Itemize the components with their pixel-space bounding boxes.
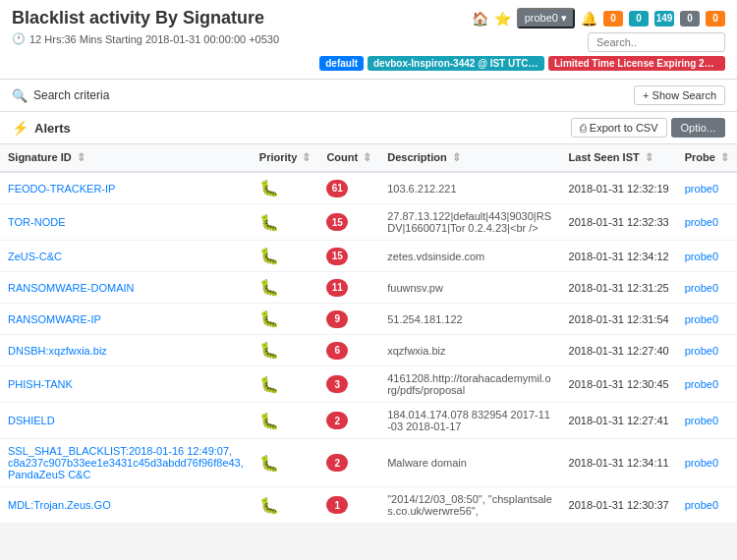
col-signature-id-label: Signature ID [8, 151, 72, 163]
priority-bug-icon: 🐛 [259, 180, 279, 196]
probe-cell: probe0 [677, 204, 737, 241]
signature-id-link[interactable]: RANSOMWARE-IP [8, 313, 101, 325]
col-count-label: Count [326, 151, 358, 163]
search-criteria-bar: 🔍 Search criteria + Show Search [0, 80, 737, 112]
last-seen-cell: 2018-01-31 12:31:25 [561, 272, 677, 304]
col-probe-label: Probe [685, 151, 715, 163]
col-probe[interactable]: Probe ⇕ [677, 144, 737, 172]
table-row: TOR-NODE🐛1527.87.13.122|default|443|9030… [0, 204, 737, 241]
badge-0b: 0 [629, 11, 649, 27]
badge-0: 0 [603, 11, 623, 27]
priority-bug-icon: 🐛 [259, 455, 279, 472]
col-last-seen[interactable]: Last Seen IST ⇕ [561, 144, 677, 172]
search-input[interactable] [588, 32, 725, 52]
tag-devbox: devbox-Inspiron-3442 @ IST UTC+5:30 [368, 56, 544, 71]
priority-bug-icon: 🐛 [259, 214, 279, 231]
show-search-button[interactable]: + Show Search [634, 85, 725, 105]
signature-id-link[interactable]: ZeUS-C&C [8, 251, 62, 262]
signature-id-link[interactable]: TOR-NODE [8, 216, 65, 228]
description-cell: 103.6.212.221 [379, 172, 560, 204]
signature-id-link[interactable]: MDL:Trojan.Zeus.GO [8, 499, 111, 511]
export-csv-button[interactable]: ⎙ Export to CSV [571, 118, 667, 138]
alerts-table-wrap: Signature ID ⇕ Priority ⇕ Count ⇕ Descri… [0, 144, 737, 524]
bell-icon[interactable]: 🔔 [581, 11, 597, 27]
table-row: PHISH-TANK🐛34161208.http://torahacademym… [0, 366, 737, 403]
last-seen-cell: 2018-01-31 12:32:19 [561, 172, 677, 204]
priority-bug-icon: 🐛 [259, 497, 279, 514]
col-priority-label: Priority [259, 151, 298, 163]
alerts-table: Signature ID ⇕ Priority ⇕ Count ⇕ Descri… [0, 144, 737, 524]
col-last-seen-label: Last Seen IST [569, 151, 640, 163]
col-count[interactable]: Count ⇕ [318, 144, 379, 172]
sort-icon-signature: ⇕ [77, 151, 85, 163]
signature-id-link[interactable]: DNSBH:xqzfwxia.biz [8, 345, 107, 357]
probe-cell: probe0 [677, 487, 737, 524]
probe-cell: probe0 [677, 366, 737, 403]
sort-icon-count: ⇕ [363, 151, 371, 163]
header-icons: 🏠 ⭐ probe0 ▾ 🔔 0 0 149 0 0 [472, 8, 725, 28]
star-icon[interactable]: ⭐ [494, 11, 511, 27]
priority-bug-icon: 🐛 [259, 376, 279, 393]
col-description-label: Description [387, 151, 447, 163]
description-cell: 184.014.174.078 832954 2017-11-03 2018-0… [379, 403, 560, 439]
probe-cell: probe0 [677, 439, 737, 487]
probe-cell: probe0 [677, 335, 737, 366]
search-icon: 🔍 [12, 88, 28, 103]
table-row: ZeUS-C&C🐛15zetes.vdsinside.com2018-01-31… [0, 241, 737, 272]
header-left: Blacklist activity By Signature 🕐 12 Hrs… [12, 8, 279, 45]
description-cell: Malware domain [379, 439, 560, 487]
tag-license: Limited Time License Expiring 2020 [548, 56, 725, 71]
home-icon[interactable]: 🏠 [472, 11, 488, 27]
options-button[interactable]: Optio... [671, 118, 725, 138]
alerts-title: ⚡ Alerts [12, 120, 71, 136]
priority-bug-icon: 🐛 [259, 413, 279, 429]
description-cell: 51.254.181.122 [379, 304, 560, 335]
sort-icon-last-seen: ⇕ [645, 151, 653, 163]
signature-id-link[interactable]: FEODO-TRACKER-IP [8, 183, 115, 195]
probe-cell: probe0 [677, 272, 737, 304]
signature-id-link[interactable]: PHISH-TANK [8, 378, 73, 390]
last-seen-cell: 2018-01-31 12:34:11 [561, 439, 677, 487]
count-badge: 9 [326, 310, 348, 328]
signature-id-link[interactable]: RANSOMWARE-DOMAIN [8, 282, 135, 294]
page-title: Blacklist activity By Signature [12, 8, 279, 28]
description-cell: "2014/12/03_08:50", "chsplantsales.co.uk… [379, 487, 560, 524]
probe-dropdown[interactable]: probe0 ▾ [517, 8, 575, 28]
header-right: 🏠 ⭐ probe0 ▾ 🔔 0 0 149 0 0 default devbo… [319, 8, 725, 71]
last-seen-cell: 2018-01-31 12:30:45 [561, 366, 677, 403]
badge-0c: 0 [680, 11, 700, 27]
table-row: RANSOMWARE-DOMAIN🐛11fuuwnsv.pw2018-01-31… [0, 272, 737, 304]
clock-icon: 🕐 [12, 32, 26, 45]
count-badge: 1 [326, 496, 348, 514]
probe-cell: probe0 [677, 304, 737, 335]
table-row: DNSBH:xqzfwxia.biz🐛6xqzfwxia.biz2018-01-… [0, 335, 737, 366]
sort-icon-description: ⇕ [452, 151, 461, 163]
subtitle: 🕐 12 Hrs:36 Mins Starting 2018-01-31 00:… [12, 32, 279, 45]
tag-default: default [319, 56, 364, 71]
last-seen-cell: 2018-01-31 12:30:37 [561, 487, 677, 524]
alerts-header: ⚡ Alerts ⎙ Export to CSV Optio... [0, 112, 737, 144]
count-badge: 11 [326, 279, 348, 297]
last-seen-cell: 2018-01-31 12:32:33 [561, 204, 677, 241]
table-row: SSL_SHA1_BLACKLIST:2018-01-16 12:49:07, … [0, 439, 737, 487]
last-seen-cell: 2018-01-31 12:27:40 [561, 335, 677, 366]
probe-cell: probe0 [677, 172, 737, 204]
sort-icon-priority: ⇕ [302, 151, 311, 163]
count-badge: 2 [326, 412, 348, 429]
count-badge: 2 [326, 454, 348, 472]
signature-id-link[interactable]: DSHIELD [8, 415, 55, 426]
col-signature-id[interactable]: Signature ID ⇕ [0, 144, 252, 172]
last-seen-cell: 2018-01-31 12:27:41 [561, 403, 677, 439]
col-description[interactable]: Description ⇕ [379, 144, 560, 172]
priority-bug-icon: 🐛 [259, 248, 279, 264]
count-badge: 15 [326, 213, 348, 231]
count-badge: 6 [326, 342, 348, 360]
description-cell: 27.87.13.122|default|443|9030|RSDV|16600… [379, 204, 560, 241]
alerts-title-text: Alerts [34, 121, 71, 136]
signature-id-link[interactable]: SSL_SHA1_BLACKLIST:2018-01-16 12:49:07, … [8, 445, 244, 480]
priority-bug-icon: 🐛 [259, 310, 279, 327]
count-badge: 3 [326, 375, 348, 393]
sort-icon-probe: ⇕ [720, 151, 729, 163]
search-criteria-label: 🔍 Search criteria [12, 88, 109, 103]
col-priority[interactable]: Priority ⇕ [252, 144, 319, 172]
